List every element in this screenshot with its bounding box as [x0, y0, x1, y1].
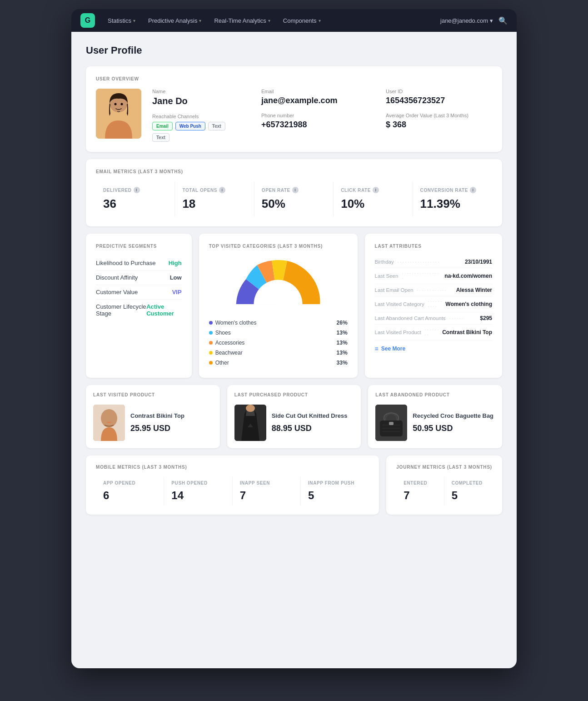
info-icon[interactable]: i	[134, 187, 140, 193]
metric-entered: ENTERED 7	[396, 477, 444, 506]
attr-last-visited-cat: Last Visited Category · · · · · · · · · …	[375, 296, 492, 312]
user-phone: +657321988	[261, 120, 368, 130]
info-icon[interactable]: i	[470, 187, 476, 193]
user-id: 1654356723527	[386, 96, 492, 105]
chevron-down-icon: ▾	[133, 18, 135, 23]
last-purchased-product-card: LAST PURCHASED PRODUCT Side Cu	[227, 385, 361, 448]
user-menu[interactable]: jane@janedo.com ▾	[440, 17, 493, 24]
svg-point-9	[246, 405, 255, 412]
channel-text-1: Text	[208, 122, 225, 130]
metric-delivered: DELIVERED i 36	[96, 181, 175, 216]
product-details: Side Cut Out Knitted Dress 88.95 USD	[272, 412, 348, 433]
metric-inapp-seen: INAPP SEEN 7	[233, 477, 301, 506]
user-overview-content: Name Jane Do Reachable Channels Email We…	[96, 89, 492, 142]
legend-dot	[209, 331, 213, 335]
main-content: User Profile USER OVERVIEW	[71, 32, 517, 668]
section-label-email: EMAIL METRICS (LAST 3 MONTHS)	[96, 169, 492, 174]
legend-dot	[209, 351, 213, 355]
info-icon[interactable]: i	[373, 187, 379, 193]
mobile-metrics-row: APP OPENED 6 PUSH OPENED 14 INAPP SEEN 7…	[96, 477, 369, 506]
chevron-down-icon: ▾	[199, 18, 201, 23]
legend-item-other: Other 33%	[209, 358, 348, 368]
avatar	[96, 89, 141, 139]
email-metrics-card: EMAIL METRICS (LAST 3 MONTHS) DELIVERED …	[86, 159, 502, 226]
user-name: Jane Do	[152, 96, 243, 106]
segment-discount: Discount Affinity Low	[96, 270, 182, 285]
nav-statistics[interactable]: Statistics ▾	[102, 14, 141, 28]
nav-realtime[interactable]: Real-Time Analytics ▾	[209, 14, 275, 28]
channel-webpush: Web Push	[175, 122, 205, 130]
section-label-user-overview: USER OVERVIEW	[96, 76, 492, 81]
attr-last-seen: Last Seen · · · · · · · · · · · · · · · …	[375, 268, 492, 284]
three-col-section: PREDICTIVE SEGMENTS Likelihood to Purcha…	[86, 234, 502, 378]
journey-metrics-card: JOURNEY METRICS (LAST 3 MONTHS) ENTERED …	[386, 456, 502, 515]
app-logo[interactable]: G	[80, 13, 95, 28]
last-visited-product-card: LAST VISITED PRODUCT Contrast	[86, 385, 220, 448]
channels-row: Email Web Push Text Text	[152, 122, 243, 142]
categories-legend: Women's clothes 26% Shoes 13%	[209, 318, 348, 368]
last-abandoned-product-card: LAST ABANDONED PRODUCT	[368, 385, 502, 448]
chevron-down-icon: ▾	[319, 18, 321, 23]
products-row: LAST VISITED PRODUCT Contrast	[86, 385, 502, 448]
nav-items: Statistics ▾ Predictive Analysis ▾ Real-…	[102, 14, 440, 28]
mobile-metrics-card: MOBILE METRICS (LAST 3 MONTHS) APP OPENE…	[86, 456, 379, 515]
email-metrics-row: DELIVERED i 36 TOTAL OPENS i 18 OPEN RAT…	[96, 181, 492, 216]
user-aov: $ 368	[386, 120, 492, 130]
segment-lifecycle: Customer Lifecycle Stage Active Customer	[96, 300, 182, 320]
legend-item-womens: Women's clothes 26%	[209, 318, 348, 328]
user-contact-section: Email jane@example.com Phone number +657…	[261, 89, 368, 142]
product-content: Contrast Bikini Top 25.95 USD	[93, 405, 213, 441]
user-email: jane@example.com	[261, 96, 368, 105]
product-details: Recycled Croc Baguette Bag 50.95 USD	[413, 412, 493, 433]
page-title: User Profile	[86, 45, 502, 56]
channel-email: Email	[152, 122, 173, 130]
segment-purchase: Likelihood to Purchase High	[96, 256, 182, 270]
legend-item-beachwear: Beachwear 13%	[209, 348, 348, 358]
metric-inapp-from-push: INAPP FROM PUSH 5	[301, 477, 369, 506]
donut-chart	[209, 256, 348, 310]
product-image	[375, 405, 407, 441]
legend-dot	[209, 361, 213, 365]
metric-push-opened: PUSH OPENED 14	[164, 477, 232, 506]
legend-dot	[209, 321, 213, 325]
user-info-grid: Name Jane Do Reachable Channels Email We…	[152, 89, 492, 142]
see-more-button[interactable]: ≡ See More	[375, 345, 492, 352]
search-icon[interactable]: 🔍	[498, 16, 508, 25]
predictive-segments-card: PREDICTIVE SEGMENTS Likelihood to Purcha…	[86, 234, 192, 378]
user-overview-card: USER OVERVIEW	[86, 66, 502, 152]
product-image	[234, 405, 266, 441]
chevron-down-icon: ▾	[490, 17, 493, 24]
navbar: G Statistics ▾ Predictive Analysis ▾ Rea…	[71, 9, 517, 32]
user-id-section: User ID 1654356723527 Average Order Valu…	[386, 89, 492, 142]
svg-point-7	[101, 409, 117, 427]
navbar-right: jane@janedo.com ▾ 🔍	[440, 16, 508, 25]
app-frame: G Statistics ▾ Predictive Analysis ▾ Rea…	[71, 9, 517, 668]
attr-last-visited-product: Last Visited Product · · · · · · · · Con…	[375, 325, 492, 340]
product-image	[93, 405, 125, 441]
svg-point-2	[115, 103, 117, 105]
last-attributes-card: LAST ATTRIBUTES Birthday · · · · · · · ·…	[365, 234, 502, 378]
bottom-metrics: MOBILE METRICS (LAST 3 MONTHS) APP OPENE…	[86, 456, 502, 515]
metric-open-rate: OPEN RATE i 50%	[254, 181, 334, 216]
metric-app-opened: APP OPENED 6	[96, 477, 164, 506]
info-icon[interactable]: i	[292, 187, 299, 193]
attr-birthday: Birthday · · · · · · · · · · · · · · · ·…	[375, 256, 492, 268]
metric-total-opens: TOTAL OPENS i 18	[175, 181, 254, 216]
product-content: Recycled Croc Baguette Bag 50.95 USD	[375, 405, 495, 441]
legend-item-shoes: Shoes 13%	[209, 328, 348, 338]
product-details: Contrast Bikini Top 25.95 USD	[130, 412, 184, 433]
segment-customer-value: Customer Value VIP	[96, 285, 182, 300]
metric-conversion-rate: CONVERSION RATE i 11.39%	[413, 181, 492, 216]
info-icon[interactable]: i	[219, 187, 225, 193]
chevron-down-icon: ▾	[268, 18, 270, 23]
nav-components[interactable]: Components ▾	[278, 14, 326, 28]
svg-point-3	[121, 103, 123, 105]
user-name-section: Name Jane Do Reachable Channels Email We…	[152, 89, 243, 142]
metric-completed: COMPLETED 5	[444, 477, 492, 506]
channel-text-2: Text	[152, 133, 169, 142]
legend-dot	[209, 341, 213, 345]
metric-click-rate: CLICK RATE i 10%	[334, 181, 413, 216]
nav-predictive[interactable]: Predictive Analysis ▾	[143, 14, 207, 28]
top-categories-card: TOP VISITED CATEGORIES (LAST 3 MONTHS)	[199, 234, 358, 378]
attr-last-email-open: Last Email Open · · · · · · · · · · · · …	[375, 284, 492, 296]
